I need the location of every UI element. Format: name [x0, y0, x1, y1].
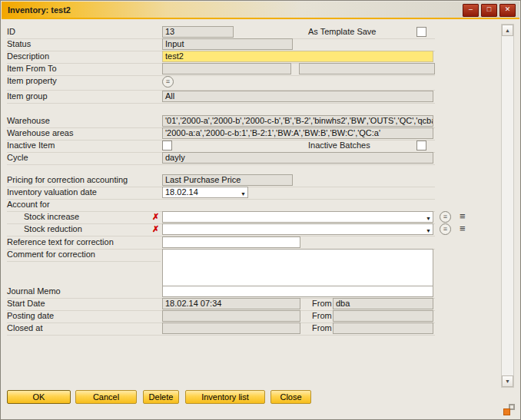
item-group-label: Item group [7, 91, 48, 102]
account-for-label: Account for [7, 199, 50, 210]
description-label: Description [7, 51, 49, 62]
pricing-label: Pricing for correction accounting [7, 174, 128, 186]
start-date-field: 18.02.14 07:34 [162, 298, 300, 309]
row-comment: Comment for correction [7, 249, 161, 262]
menu-icon[interactable]: ≡ [460, 223, 466, 235]
minimize-button[interactable]: – [463, 4, 479, 17]
stock-increase-combo[interactable]: ▼ [162, 211, 433, 223]
row-stock-increase: Stock increase ✗ ▼ ≡ ≡ [7, 211, 435, 224]
reference-text-input[interactable] [162, 236, 300, 248]
cycle-field: dayly [162, 152, 433, 164]
window-controls: – □ ✕ [463, 4, 516, 17]
maximize-button[interactable]: □ [481, 4, 497, 17]
row-valuation-date: Inventory valuation date 18.02.14 ▼ [7, 187, 435, 200]
posting-from-label: From [312, 310, 332, 322]
warehouse-label: Warehouse [7, 115, 50, 127]
status-field: Input [162, 38, 293, 50]
row-start-date: Start Date 18.02.14 07:34 From dba [7, 298, 435, 311]
row-cycle: Cycle dayly [7, 152, 435, 165]
window-title: Inventory: test2 [8, 5, 71, 15]
inactive-batches-label: Inactive Batches [308, 140, 370, 151]
titlebar-close-button[interactable]: ✕ [499, 4, 516, 17]
dropdown-icon[interactable]: ▼ [241, 189, 246, 198]
reference-text-label: Reference text for correction [7, 236, 114, 248]
item-to-field [299, 63, 435, 74]
dropdown-icon[interactable]: ▼ [426, 213, 431, 223]
item-property-label: Item property [7, 75, 57, 87]
dropdown-icon[interactable]: ▼ [426, 226, 431, 235]
status-label: Status [7, 38, 31, 50]
start-from-label: From [312, 298, 332, 309]
comment-textarea[interactable] [162, 249, 433, 286]
titlebar[interactable]: Inventory: test2 – □ ✕ [2, 2, 519, 18]
valuation-date-combo[interactable]: 18.02.14 ▼ [162, 187, 248, 198]
valuation-date-value: 18.02.14 [165, 187, 198, 197]
row-description: Description test2 [7, 51, 435, 64]
row-stock-reduction: Stock reduction ✗ ▼ ≡ ≡ [7, 223, 435, 236]
cancel-button[interactable]: Cancel [75, 390, 137, 404]
choose-from-list-icon[interactable]: ≡ [162, 76, 174, 88]
comment-label: Comment for correction [7, 249, 95, 260]
stock-increase-label: Stock increase [24, 211, 79, 223]
menu-icon[interactable]: ≡ [460, 210, 466, 223]
warehouse-areas-label: Warehouse areas [7, 127, 73, 139]
row-item-group: Item group All [7, 91, 435, 104]
as-template-save-label: As Template Save [308, 26, 376, 38]
inactive-batches-checkbox[interactable] [416, 141, 426, 150]
delete-button[interactable]: Delete [143, 390, 179, 404]
posting-date-label: Posting date [7, 310, 54, 322]
journal-memo-label: Journal Memo [7, 286, 61, 297]
red-x-icon[interactable]: ✗ [152, 211, 159, 223]
closed-from-label: From [312, 322, 332, 334]
posting-from-field [333, 310, 433, 322]
row-inactive: Inactive Item Inactive Batches [7, 140, 435, 153]
valuation-date-label: Inventory valuation date [7, 187, 97, 198]
scroll-down-button[interactable]: ▼ [502, 375, 513, 387]
inventory-window: Inventory: test2 – □ ✕ ID 13 As Template… [0, 0, 521, 420]
start-from-field: dba [333, 298, 433, 309]
inventory-list-button[interactable]: Inventory list [185, 390, 265, 404]
row-status: Status Input [7, 38, 435, 51]
row-reference-text: Reference text for correction [7, 236, 435, 250]
red-x-icon[interactable]: ✗ [152, 223, 159, 235]
choose-from-list-icon[interactable]: ≡ [440, 211, 451, 223]
row-pricing: Pricing for correction accounting Last P… [7, 174, 435, 187]
closed-at-field [162, 322, 300, 334]
row-posting-date: Posting date From [7, 310, 435, 323]
id-label: ID [7, 26, 15, 38]
description-input[interactable]: test2 [162, 51, 433, 62]
closed-from-field [333, 322, 433, 334]
pricing-field: Last Purchase Price [162, 174, 293, 186]
row-item-property: Item property ≡ [7, 75, 435, 91]
ok-button[interactable]: OK [7, 390, 71, 404]
choose-from-list-icon[interactable]: ≡ [440, 223, 451, 235]
warehouse-areas-field: '2000-a:a','2000-c-b:1','B-2:1','BW:A','… [162, 127, 433, 139]
item-from-to-label: Item From To [7, 63, 57, 74]
item-group-field: All [162, 91, 433, 102]
close-button[interactable]: Close [270, 390, 311, 404]
titlebar-accent-line [2, 18, 519, 19]
row-journal-memo: Journal Memo [7, 286, 435, 299]
posting-date-field [162, 310, 300, 322]
resize-grip-front-square [503, 408, 510, 415]
closed-at-label: Closed at [7, 322, 42, 334]
stock-reduction-combo[interactable]: ▼ [162, 223, 433, 235]
as-template-save-checkbox[interactable] [416, 27, 426, 37]
vertical-scrollbar[interactable]: ▲ ▼ [501, 24, 514, 388]
inactive-item-label: Inactive Item [7, 140, 55, 151]
row-item-from-to: Item From To [7, 63, 435, 76]
inactive-item-checkbox[interactable] [162, 141, 172, 150]
item-from-field [162, 63, 291, 74]
resize-grip[interactable] [503, 404, 515, 415]
row-warehouse-areas: Warehouse areas '2000-a:a','2000-c-b:1',… [7, 127, 435, 141]
row-closed-at: Closed at From [7, 322, 435, 336]
row-account-for: Account for [7, 199, 435, 212]
stock-reduction-label: Stock reduction [24, 223, 82, 235]
warehouse-field: '01','2000-a','2000-b','2000-c-b','B','B… [162, 115, 433, 127]
journal-memo-input[interactable] [162, 286, 433, 297]
scroll-up-button[interactable]: ▲ [502, 25, 513, 36]
row-id: ID 13 As Template Save [7, 26, 435, 39]
cycle-label: Cycle [7, 152, 28, 164]
row-warehouse: Warehouse '01','2000-a','2000-b','2000-c… [7, 115, 435, 128]
start-date-label: Start Date [7, 298, 45, 309]
